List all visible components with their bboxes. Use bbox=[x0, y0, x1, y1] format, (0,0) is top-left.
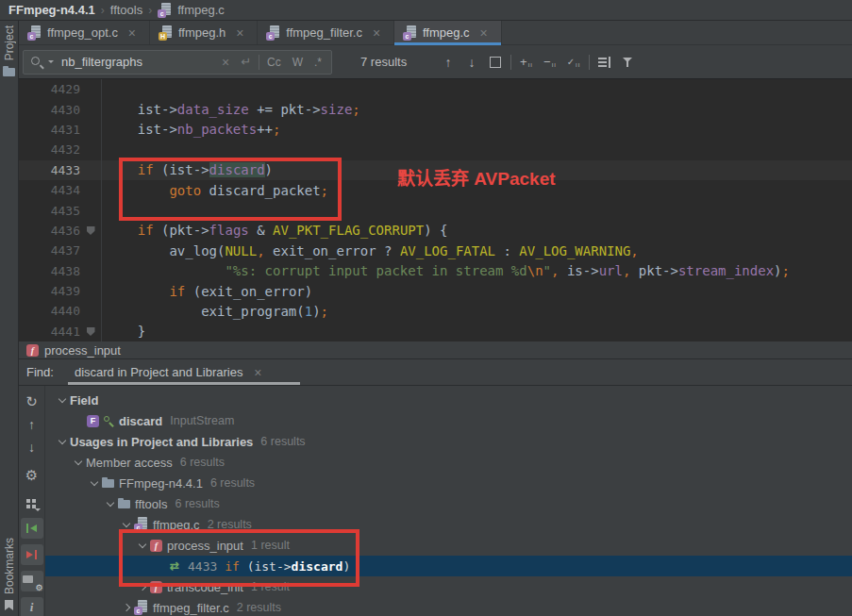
gear-icon[interactable] bbox=[24, 467, 41, 484]
breadcrumb-separator: › bbox=[148, 4, 152, 17]
line-number[interactable]: 4434 bbox=[19, 183, 80, 197]
code-line-4437[interactable]: 4437 av_log(NULL, exit_on_error ? AV_LOG… bbox=[19, 241, 852, 260]
c-file-icon bbox=[403, 25, 417, 41]
tool-window-button-project[interactable]: Project bbox=[3, 25, 16, 60]
tree-suffix: 6 results bbox=[175, 497, 219, 510]
find-results-panel: FielddiscardInputStreamUsages in Project… bbox=[19, 386, 852, 616]
search-bar: nb_filtergraphs Cc W .* 7 results bbox=[19, 45, 852, 79]
tree-row-field-group[interactable]: Field bbox=[45, 390, 852, 410]
chevron-down-icon[interactable] bbox=[119, 520, 134, 529]
add-occurrence-icon[interactable] bbox=[518, 54, 535, 71]
code-line-4430[interactable]: 4430 ist->data_size += pkt->size; bbox=[19, 99, 852, 119]
info-icon[interactable] bbox=[21, 597, 43, 616]
filter-lines-icon[interactable] bbox=[596, 54, 613, 71]
arrow-up-icon[interactable] bbox=[440, 54, 457, 71]
match-case-toggle[interactable]: Cc bbox=[267, 56, 281, 69]
tree-row-member-access[interactable]: Member access6 results bbox=[45, 452, 852, 473]
tree-suffix: InputStream bbox=[170, 414, 234, 427]
tree-row-ffmpeg-c[interactable]: ffmpeg.c2 results bbox=[45, 514, 852, 535]
tree-row-process-input[interactable]: process_input1 result bbox=[45, 535, 852, 556]
function-breadcrumb[interactable]: process_input bbox=[44, 343, 121, 358]
code-line-4429[interactable]: 4429 bbox=[19, 79, 852, 99]
breadcrumb-project[interactable]: FFmpeg-n4.4.1 bbox=[8, 3, 95, 17]
words-toggle[interactable]: W bbox=[292, 56, 303, 69]
code-line-4438[interactable]: 4438 "%s: corrupt input packet in stream… bbox=[19, 261, 852, 281]
tab-ffmpeg-c[interactable]: ffmpeg.c bbox=[394, 21, 502, 44]
tab-ffmpeg_filter-c[interactable]: ffmpeg_filter.c bbox=[258, 21, 394, 44]
search-input[interactable]: nb_filtergraphs Cc W .* bbox=[23, 50, 332, 75]
nav-prev-icon[interactable] bbox=[21, 518, 43, 539]
tree-row-ffmpeg-n441[interactable]: FFmpeg-n4.4.16 results bbox=[45, 473, 852, 493]
tree-row-ffmpeg-filter-c[interactable]: ffmpeg_filter.c2 results bbox=[45, 597, 852, 616]
line-number[interactable]: 4438 bbox=[19, 264, 80, 278]
newline-icon[interactable] bbox=[238, 54, 255, 71]
tree-row-usage-4433[interactable]: 4433 if (ist->discard) bbox=[45, 556, 852, 576]
tree-row-transcode-init[interactable]: transcode_init1 result bbox=[45, 576, 852, 597]
line-number[interactable]: 4436 bbox=[19, 224, 80, 238]
group-by-icon[interactable] bbox=[24, 495, 41, 512]
find-tab[interactable]: discard in Project and Libraries bbox=[75, 364, 266, 381]
clear-search-icon[interactable] bbox=[217, 54, 234, 71]
search-query[interactable]: nb_filtergraphs bbox=[61, 55, 213, 69]
arrow-down-icon[interactable] bbox=[463, 54, 480, 71]
tree-row-discard-field[interactable]: discardInputStream bbox=[45, 410, 852, 431]
line-number[interactable]: 4432 bbox=[19, 142, 80, 157]
chevron-down-icon[interactable] bbox=[71, 458, 86, 467]
tool-window-button-bookmarks[interactable]: Bookmarks bbox=[3, 538, 16, 594]
line-number[interactable]: 4440 bbox=[19, 304, 80, 318]
code-editor[interactable]: 44294430 ist->data_size += pkt->size;443… bbox=[19, 79, 852, 341]
close-tab-icon[interactable] bbox=[368, 25, 385, 42]
chevron-down-icon[interactable] bbox=[103, 499, 118, 508]
funnel-icon[interactable] bbox=[620, 54, 637, 71]
code-line-4431[interactable]: 4431 ist->nb_packets++; bbox=[19, 120, 852, 140]
search-options-caret-icon[interactable] bbox=[48, 60, 54, 63]
line-number[interactable]: 4435 bbox=[19, 204, 80, 218]
close-tab-icon[interactable] bbox=[476, 25, 493, 42]
tree-row-usages-group[interactable]: Usages in Project and Libraries6 results bbox=[45, 431, 852, 452]
chevron-right-icon[interactable] bbox=[135, 582, 150, 591]
breadcrumb-file[interactable]: ffmpeg.c bbox=[177, 3, 225, 17]
code-line-4441[interactable]: 4441 } bbox=[19, 322, 852, 341]
code-text: goto discard_packet; bbox=[101, 183, 328, 198]
code-line-4439[interactable]: 4439 if (exit_on_error) bbox=[19, 281, 852, 301]
chevron-down-icon[interactable] bbox=[55, 437, 70, 446]
code-line-4440[interactable]: 4440 exit_program(1); bbox=[19, 301, 852, 321]
line-number[interactable]: 4429 bbox=[19, 82, 80, 96]
tab-ffmpeg-h[interactable]: ffmpeg.h bbox=[150, 21, 258, 44]
line-number[interactable]: 4431 bbox=[19, 123, 80, 137]
function-icon bbox=[150, 540, 162, 552]
chevron-down-icon[interactable] bbox=[87, 478, 102, 488]
remove-occurrence-icon[interactable] bbox=[542, 54, 559, 71]
line-number[interactable]: 4441 bbox=[19, 325, 80, 339]
in-selection-icon[interactable] bbox=[487, 54, 504, 71]
line-number[interactable]: 4430 bbox=[19, 103, 80, 117]
arrow-down-icon[interactable] bbox=[24, 439, 41, 456]
refresh-icon[interactable] bbox=[24, 393, 41, 410]
code-line-4436[interactable]: 4436 if (pkt->flags & AV_PKT_FLAG_CORRUP… bbox=[19, 221, 852, 241]
code-line-4432[interactable]: 4432 bbox=[19, 140, 852, 159]
fold-icon[interactable] bbox=[87, 226, 95, 235]
chevron-right-icon[interactable] bbox=[119, 603, 134, 612]
close-tab-icon[interactable] bbox=[124, 25, 141, 42]
close-find-tab-icon[interactable] bbox=[249, 364, 266, 381]
usage-arrow-icon bbox=[166, 558, 183, 574]
line-number[interactable]: 4439 bbox=[19, 284, 80, 298]
select-all-occurrences-icon[interactable] bbox=[565, 54, 582, 71]
project-folder-icon[interactable] bbox=[3, 66, 15, 77]
tab-ffmpeg_opt-c[interactable]: ffmpeg_opt.c bbox=[19, 21, 150, 44]
line-number[interactable]: 4433 bbox=[19, 163, 80, 177]
folder-settings-icon[interactable] bbox=[21, 571, 43, 591]
breadcrumb-folder[interactable]: fftools bbox=[110, 3, 142, 17]
fold-icon[interactable] bbox=[87, 327, 95, 336]
regex-toggle[interactable]: .* bbox=[314, 56, 322, 69]
chevron-down-icon[interactable] bbox=[55, 395, 70, 405]
code-line-4435[interactable]: 4435 bbox=[19, 200, 852, 220]
bookmark-flag-icon[interactable] bbox=[5, 600, 13, 610]
chevron-down-icon[interactable] bbox=[135, 541, 150, 550]
separator bbox=[589, 55, 590, 70]
line-number[interactable]: 4437 bbox=[19, 243, 80, 258]
arrow-up-icon[interactable] bbox=[24, 416, 41, 433]
close-tab-icon[interactable] bbox=[231, 25, 248, 42]
tree-row-fftools[interactable]: fftools6 results bbox=[45, 493, 852, 514]
nav-next-icon[interactable] bbox=[21, 544, 43, 565]
